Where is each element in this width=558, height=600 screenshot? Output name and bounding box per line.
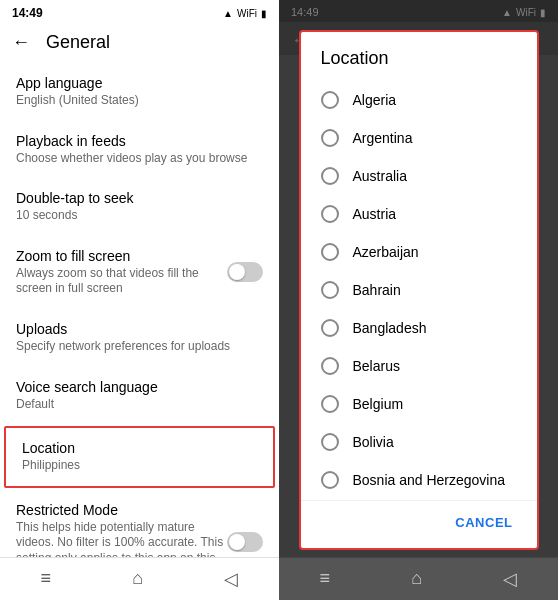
wifi-icon: WiFi bbox=[237, 8, 257, 19]
radio-1 bbox=[321, 129, 339, 147]
settings-item-3[interactable]: Zoom to fill screen Always zoom so that … bbox=[0, 236, 279, 309]
location-name-3: Austria bbox=[353, 206, 397, 222]
settings-title-1: Playback in feeds bbox=[16, 133, 263, 149]
settings-subtitle-4: Specify network preferences for uploads bbox=[16, 339, 263, 355]
settings-subtitle-5: Default bbox=[16, 397, 263, 413]
settings-item-1[interactable]: Playback in feeds Choose whether videos … bbox=[0, 121, 279, 179]
location-name-10: Bosnia and Herzegovina bbox=[353, 472, 506, 488]
dialog-actions: CANCEL bbox=[301, 500, 537, 548]
settings-item-2[interactable]: Double-tap to seek 10 seconds bbox=[0, 178, 279, 236]
menu-icon-right[interactable]: ≡ bbox=[320, 568, 331, 590]
settings-subtitle-3: Always zoom so that videos fill the scre… bbox=[16, 266, 227, 297]
toggle-knob-7 bbox=[229, 534, 245, 550]
location-item-5[interactable]: Bahrain bbox=[301, 271, 537, 309]
location-item-8[interactable]: Belgium bbox=[301, 385, 537, 423]
header-left: ← General bbox=[0, 24, 279, 63]
settings-list: App language English (United States) Pla… bbox=[0, 63, 279, 557]
dialog-title: Location bbox=[301, 32, 537, 77]
settings-title-0: App language bbox=[16, 75, 263, 91]
settings-item-0[interactable]: App language English (United States) bbox=[0, 63, 279, 121]
page-title-left: General bbox=[46, 32, 110, 53]
location-name-7: Belarus bbox=[353, 358, 400, 374]
dialog-overlay: Location Algeria Argentina Australia Aus… bbox=[279, 0, 558, 600]
radio-3 bbox=[321, 205, 339, 223]
settings-subtitle-1: Choose whether videos play as you browse bbox=[16, 151, 263, 167]
settings-subtitle-6: Philippines bbox=[22, 458, 257, 474]
bottom-nav-left: ≡ ⌂ ◁ bbox=[0, 557, 279, 600]
menu-icon-left[interactable]: ≡ bbox=[41, 568, 52, 590]
location-name-6: Bangladesh bbox=[353, 320, 427, 336]
settings-title-4: Uploads bbox=[16, 321, 263, 337]
location-name-4: Azerbaijan bbox=[353, 244, 419, 260]
location-item-7[interactable]: Belarus bbox=[301, 347, 537, 385]
radio-7 bbox=[321, 357, 339, 375]
radio-10 bbox=[321, 471, 339, 489]
back-icon-right[interactable]: ◁ bbox=[503, 568, 517, 590]
radio-9 bbox=[321, 433, 339, 451]
toggle-7[interactable] bbox=[227, 532, 263, 552]
location-item-2[interactable]: Australia bbox=[301, 157, 537, 195]
location-list: Algeria Argentina Australia Austria Azer… bbox=[301, 77, 537, 500]
settings-item-7[interactable]: Restricted Mode This helps hide potentia… bbox=[0, 490, 279, 557]
radio-6 bbox=[321, 319, 339, 337]
location-name-8: Belgium bbox=[353, 396, 404, 412]
location-item-1[interactable]: Argentina bbox=[301, 119, 537, 157]
location-item-10[interactable]: Bosnia and Herzegovina bbox=[301, 461, 537, 499]
right-panel: 14:49 ▲ WiFi ▮ ← Location Algeria Argent… bbox=[279, 0, 558, 600]
radio-2 bbox=[321, 167, 339, 185]
home-icon-right[interactable]: ⌂ bbox=[411, 568, 422, 590]
signal-icon: ▲ bbox=[223, 8, 233, 19]
location-name-1: Argentina bbox=[353, 130, 413, 146]
radio-0 bbox=[321, 91, 339, 109]
settings-subtitle-2: 10 seconds bbox=[16, 208, 263, 224]
location-dialog: Location Algeria Argentina Australia Aus… bbox=[299, 30, 539, 550]
settings-subtitle-7: This helps hide potentially mature video… bbox=[16, 520, 227, 557]
toggle-3[interactable] bbox=[227, 262, 263, 282]
status-icons-left: ▲ WiFi ▮ bbox=[223, 8, 267, 19]
location-name-0: Algeria bbox=[353, 92, 397, 108]
toggle-knob-3 bbox=[229, 264, 245, 280]
time-left: 14:49 bbox=[12, 6, 43, 20]
location-item-3[interactable]: Austria bbox=[301, 195, 537, 233]
settings-item-6[interactable]: Location Philippines bbox=[4, 426, 275, 488]
settings-subtitle-0: English (United States) bbox=[16, 93, 263, 109]
radio-8 bbox=[321, 395, 339, 413]
radio-5 bbox=[321, 281, 339, 299]
settings-title-3: Zoom to fill screen bbox=[16, 248, 227, 264]
settings-item-4[interactable]: Uploads Specify network preferences for … bbox=[0, 309, 279, 367]
settings-title-7: Restricted Mode bbox=[16, 502, 227, 518]
cancel-button[interactable]: CANCEL bbox=[447, 509, 520, 536]
settings-title-2: Double-tap to seek bbox=[16, 190, 263, 206]
battery-icon: ▮ bbox=[261, 8, 267, 19]
settings-title-6: Location bbox=[22, 440, 257, 456]
back-icon-left[interactable]: ◁ bbox=[224, 568, 238, 590]
location-name-5: Bahrain bbox=[353, 282, 401, 298]
status-bar-left: 14:49 ▲ WiFi ▮ bbox=[0, 0, 279, 24]
location-name-2: Australia bbox=[353, 168, 407, 184]
location-item-9[interactable]: Bolivia bbox=[301, 423, 537, 461]
location-item-6[interactable]: Bangladesh bbox=[301, 309, 537, 347]
home-icon-left[interactable]: ⌂ bbox=[132, 568, 143, 590]
radio-4 bbox=[321, 243, 339, 261]
location-item-0[interactable]: Algeria bbox=[301, 81, 537, 119]
location-item-4[interactable]: Azerbaijan bbox=[301, 233, 537, 271]
back-button-left[interactable]: ← bbox=[12, 32, 30, 53]
settings-title-5: Voice search language bbox=[16, 379, 263, 395]
settings-item-5[interactable]: Voice search language Default bbox=[0, 367, 279, 425]
left-panel: 14:49 ▲ WiFi ▮ ← General App language En… bbox=[0, 0, 279, 600]
location-name-9: Bolivia bbox=[353, 434, 394, 450]
bottom-nav-right: ≡ ⌂ ◁ bbox=[279, 557, 558, 600]
